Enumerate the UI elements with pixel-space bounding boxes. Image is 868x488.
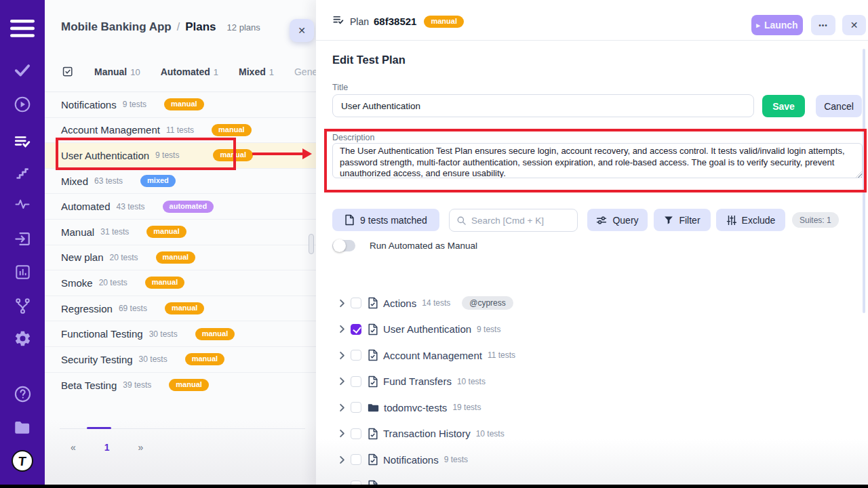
run-automated-toggle-row: Run Automated as Manual [332,240,477,251]
pagination-next-button[interactable]: » [133,439,149,455]
plan-type-label: Plan [350,16,369,27]
breadcrumb: Mobile Banking App / Plans 12 plans [61,20,260,34]
check-icon[interactable] [0,60,45,80]
status-badge: automated [163,201,214,213]
suite-row-transaction-history[interactable]: Transaction History 10 tests [316,421,868,447]
breadcrumb-section[interactable]: Plans [185,20,216,34]
title-input[interactable] [332,94,754,117]
suite-checkbox[interactable] [351,428,361,439]
search-input[interactable] [471,216,570,226]
plan-row-automated[interactable]: Automated 43 tests automated [45,194,316,220]
import-run-icon[interactable] [0,228,45,249]
file-icon [344,214,355,226]
plans-count: 12 plans [227,22,260,33]
activity-icon[interactable] [0,194,45,214]
menu-icon[interactable] [0,18,45,39]
plans-tab-bar: Manual 10 Automated 1 Mixed 1 Gener [61,65,316,78]
description-textarea[interactable]: The User Authentication Test Plan ensure… [332,143,863,178]
suites-list: Actions 14 tests @cypress User Authentic… [316,290,868,488]
suite-checkbox[interactable] [351,298,361,308]
app-logo[interactable]: T [0,451,45,471]
plan-row-security-testing[interactable]: Security Testing 30 tests manual [45,347,316,373]
plan-row-account-management[interactable]: Account Management 11 tests manual [45,118,316,144]
suite-checkbox[interactable] [351,402,361,413]
tab-manual[interactable]: Manual 10 [94,66,140,77]
chevron-right-icon[interactable] [336,350,349,361]
breadcrumb-project[interactable]: Mobile Banking App [61,20,172,34]
edit-plan-heading: Edit Test Plan [332,54,406,66]
play-icon: ▸ [756,21,760,30]
launch-button[interactable]: ▸ Launch [751,15,803,35]
file-check-icon [368,453,378,466]
cancel-button[interactable]: Cancel [816,95,862,117]
tab-automated[interactable]: Automated 1 [161,66,218,77]
steps-icon[interactable] [0,163,45,183]
suite-row-notifications[interactable]: Notifications 9 tests [316,447,868,473]
plan-row-regression[interactable]: Regression 69 tests manual [45,296,316,322]
annotation-arrow [252,152,302,155]
suite-checkbox[interactable] [351,350,361,361]
test-plans-icon[interactable] [0,131,45,152]
status-badge: manual [146,226,186,238]
more-options-button[interactable]: ••• [811,15,835,35]
bottom-bar [0,485,868,488]
chevron-right-icon[interactable] [336,298,349,309]
plan-row-smoke[interactable]: Smoke 20 tests manual [45,270,316,296]
plan-row-new-plan[interactable]: New plan 20 tests manual [45,245,316,271]
save-button[interactable]: Save [762,95,805,117]
chevron-right-icon[interactable] [336,428,349,439]
suite-checkbox[interactable] [351,454,361,465]
description-label: Description [332,133,375,142]
run-automated-toggle[interactable] [332,240,355,251]
plan-row-user-authentication[interactable]: User Authentication 9 tests manual [45,143,316,169]
file-check-icon [368,349,378,361]
query-sliders-icon [596,215,607,226]
plans-scrollbar-thumb[interactable] [309,234,314,254]
plan-detail-close-button[interactable]: ✕ [842,15,866,35]
suite-row-account-management[interactable]: Account Management 11 tests [316,342,868,369]
analytics-icon[interactable] [0,262,45,282]
app-screen: T Mobile Banking App / Plans 12 plans ✕ … [0,0,868,488]
pagination-page-1[interactable]: 1 [96,439,118,455]
breadcrumb-separator: / [177,21,180,33]
plans-panel-close-button[interactable]: ✕ [290,19,314,42]
chevron-right-icon[interactable] [336,454,349,466]
plan-row-manual[interactable]: Manual 31 tests manual [45,220,316,245]
suite-row-actions[interactable]: Actions 14 tests @cypress [316,290,868,317]
plan-id: 68f38521 [374,16,416,27]
plan-row-notifications[interactable]: Notifications 9 tests manual [45,92,316,118]
chevron-right-icon[interactable] [336,402,349,413]
select-all-icon[interactable] [61,65,74,78]
tab-general[interactable]: Gener [294,66,316,77]
plan-panel-scrollbar[interactable] [863,49,865,313]
suite-checkbox-checked[interactable] [351,324,361,335]
file-check-icon [368,323,378,336]
tab-mixed[interactable]: Mixed 1 [239,66,274,77]
suite-row-fund-transfers[interactable]: Fund Transfers 10 tests [316,369,868,395]
branch-icon[interactable] [0,296,45,316]
plan-type-icon [332,14,345,29]
suite-row-todomvc-tests[interactable]: todomvc-tests 19 tests [316,394,868,421]
tests-matched-button[interactable]: 9 tests matched [332,209,439,231]
projects-folder-icon[interactable] [0,418,45,439]
play-circle-icon[interactable] [0,94,45,115]
query-button[interactable]: Query [587,209,648,231]
plan-row-beta-testing[interactable]: Beta Testing 39 tests manual [45,373,316,399]
settings-gear-icon[interactable] [0,328,45,348]
search-box [449,209,578,232]
status-badge: mixed [140,175,176,187]
pagination-prev-button[interactable]: « [65,439,81,455]
plan-row-functional-testing[interactable]: Functional Testing 30 tests manual [45,321,316,347]
plan-status-badge: manual [424,16,464,28]
help-icon[interactable] [0,384,45,404]
file-check-icon [368,428,378,440]
chevron-right-icon[interactable] [336,323,349,335]
filter-button[interactable]: Filter [654,209,711,231]
suite-row-user-authentication[interactable]: User Authentication 9 tests [316,317,868,343]
exclude-button[interactable]: Exclude [716,209,785,231]
suite-checkbox[interactable] [351,376,361,387]
plans-list: Notifications 9 tests manual Account Man… [45,92,316,398]
plan-row-mixed[interactable]: Mixed 63 tests mixed [45,169,316,195]
plans-panel: Mobile Banking App / Plans 12 plans ✕ Ma… [45,0,316,488]
chevron-right-icon[interactable] [336,375,349,387]
